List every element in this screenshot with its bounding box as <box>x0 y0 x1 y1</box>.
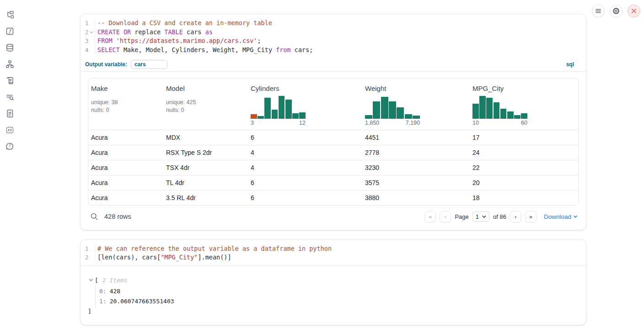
column-stats: unique: 425nulls: 0 <box>166 99 244 114</box>
code-token: TABLE <box>164 28 183 36</box>
search-icon[interactable] <box>90 212 99 221</box>
histogram-bar <box>486 98 493 119</box>
table-cell: 4 <box>248 145 362 160</box>
histogram-bar <box>251 114 257 119</box>
sql-cell-output: Makeunique: 38nulls: 0Modelunique: 425nu… <box>80 72 586 230</box>
code-content: # We can reference the output variable a… <box>95 244 332 262</box>
table-cell: 3.5 RL 4dr <box>163 190 248 205</box>
histogram-bar <box>279 96 285 119</box>
help-chat-icon[interactable]: ? <box>5 142 14 151</box>
table-cell: 17 <box>470 130 578 145</box>
histogram-bar <box>521 113 527 119</box>
last-page-button[interactable]: » <box>525 211 537 222</box>
code-token: SELECT <box>97 46 120 53</box>
histogram-bar <box>373 101 380 119</box>
notebook-column: 1234-- Download a CSV and create an in-m… <box>80 14 586 325</box>
fold-chevron-icon[interactable] <box>88 31 95 34</box>
table-cell: 6 <box>248 130 362 145</box>
table-footer: 428 rows « ‹ Page 1 of 86 › » Download <box>88 206 579 224</box>
column-header-weight[interactable]: Weight1,8507,190 <box>362 79 470 130</box>
histogram-bars <box>365 96 420 119</box>
first-page-button[interactable]: « <box>424 211 436 222</box>
code-token <box>120 28 123 36</box>
pagination: « ‹ Page 1 of 86 › » <box>424 211 537 222</box>
sql-code-editor[interactable]: 1234-- Download a CSV and create an in-m… <box>80 14 586 58</box>
code-token: "MPG_City" <box>161 254 198 261</box>
table-header-row: Makeunique: 38nulls: 0Modelunique: 425nu… <box>88 79 578 130</box>
code-token: FROM <box>97 37 113 44</box>
prev-page-button[interactable]: ‹ <box>440 211 451 222</box>
download-button[interactable]: Download <box>544 213 578 220</box>
column-title: Weight <box>365 85 466 92</box>
datasources-icon[interactable] <box>5 43 14 52</box>
documentation-icon[interactable] <box>5 109 14 118</box>
code-token: Make, Model, Cylinders, Weight, MPG_City <box>120 46 276 53</box>
snippets-icon[interactable] <box>5 125 14 134</box>
page-select-value: 1 <box>476 213 479 220</box>
table-cell: 3880 <box>362 190 470 205</box>
code-token: from <box>276 46 291 53</box>
file-tree-icon[interactable] <box>5 10 14 19</box>
tree-collapse-icon[interactable] <box>88 278 94 282</box>
logs-search-icon[interactable] <box>5 92 14 101</box>
python-code-editor[interactable]: 12# We can reference the output variable… <box>80 240 586 266</box>
tree-item: 1:20.060747663551403 <box>99 296 579 307</box>
line-number: 4 <box>80 46 88 55</box>
column-stat: nulls: 0 <box>166 106 244 114</box>
next-page-button[interactable]: › <box>510 211 521 222</box>
svg-text:?: ? <box>9 144 11 148</box>
dependencies-icon[interactable] <box>5 59 14 69</box>
row-count-label: 428 rows <box>104 213 131 220</box>
column-stat: unique: 38 <box>91 99 160 106</box>
table-cell: 22 <box>470 160 578 175</box>
python-cell: 12# We can reference the output variable… <box>80 239 586 325</box>
code-token: 'https://datasets.marimo.app/cars.csv' <box>116 37 258 44</box>
code-token: [len(cars), cars[ <box>97 254 161 261</box>
functions-icon[interactable]: ƒ <box>5 26 14 36</box>
download-label: Download <box>544 213 571 220</box>
gutter-row: 2 <box>80 28 95 37</box>
histogram-bar <box>285 100 292 119</box>
page-total-label: of 86 <box>493 213 506 220</box>
shutdown-close-icon[interactable] <box>628 5 640 17</box>
axis-min-label: 10 <box>472 120 479 126</box>
histogram-bars <box>472 96 527 119</box>
histogram-bar <box>381 97 388 119</box>
table-cell: 24 <box>470 145 578 160</box>
code-token: # We can reference the output variable a… <box>97 245 332 252</box>
column-header-model[interactable]: Modelunique: 425nulls: 0 <box>163 79 248 130</box>
code-token: cars; <box>291 46 313 53</box>
column-title: Model <box>166 85 244 92</box>
column-header-cylinders[interactable]: Cylinders312 <box>248 79 362 130</box>
histogram-bar <box>389 101 396 119</box>
column-header-mpg_city[interactable]: MPG_City1060 <box>470 79 578 130</box>
histogram-bar <box>507 111 514 119</box>
histogram-bar <box>292 113 299 119</box>
scroll-outline-icon[interactable] <box>5 76 14 85</box>
code-token: OR <box>123 28 131 36</box>
histogram-bar <box>500 109 507 119</box>
column-histogram: 312 <box>251 96 306 126</box>
menu-icon[interactable] <box>592 5 605 17</box>
histogram-bar <box>272 110 278 119</box>
tree-value: 20.060747663551403 <box>110 298 174 305</box>
table-cell: TL 4dr <box>163 175 248 190</box>
data-table-panel: Makeunique: 38nulls: 0Modelunique: 425nu… <box>88 78 579 206</box>
histogram-bar <box>479 96 486 119</box>
line-number: 2 <box>80 28 88 37</box>
notebook-actions <box>592 5 640 17</box>
table-row: AcuraTSX 4dr4323022 <box>88 160 578 175</box>
code-token: ].mean()] <box>198 254 231 261</box>
histogram-bars <box>251 96 306 119</box>
page-select[interactable]: 1 <box>472 211 489 222</box>
code-line: CREATE OR replace TABLE cars as <box>97 28 313 37</box>
column-header-make[interactable]: Makeunique: 38nulls: 0 <box>88 79 163 130</box>
settings-gear-icon[interactable] <box>610 5 623 17</box>
table-cell: Acura <box>88 175 163 190</box>
table-cell: Acura <box>88 145 163 160</box>
helper-panel-rail: ƒ ? <box>0 0 19 333</box>
table-cell: Acura <box>88 190 163 205</box>
output-variable-input[interactable] <box>131 60 167 69</box>
table-cell: RSX Type S 2dr <box>163 145 248 160</box>
gutter-row: 4 <box>80 46 95 55</box>
